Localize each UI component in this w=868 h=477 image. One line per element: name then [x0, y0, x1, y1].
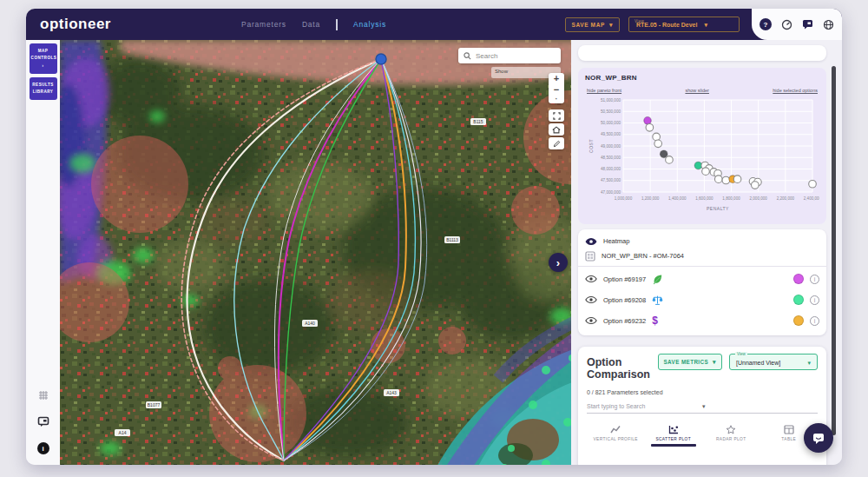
option-row[interactable]: Option #69208 i	[585, 289, 819, 310]
eye-icon[interactable]	[585, 275, 597, 283]
scatter-point[interactable]	[653, 133, 661, 141]
info-icon[interactable]: i	[810, 275, 819, 284]
chevron-down-icon: ▾	[702, 403, 818, 409]
pencil-icon	[553, 140, 561, 148]
scatter-plot[interactable]: 1,000,0001,200,0001,400,0001,600,0001,80…	[585, 95, 819, 222]
scatter-point[interactable]	[702, 168, 710, 176]
chevron-down-icon: ▾	[704, 22, 707, 28]
nav-divider	[336, 19, 338, 30]
road-label: B1077	[148, 402, 161, 407]
svg-text:47,500,000: 47,500,000	[601, 178, 621, 182]
view-select[interactable]: View [Unnamed View] ▾	[729, 354, 818, 370]
svg-text:50,000,000: 50,000,000	[601, 121, 621, 125]
expand-panel-button[interactable]: ›	[549, 253, 568, 272]
tab-radar-plot[interactable]: RADAR PLOT	[702, 425, 760, 447]
option-label: Option #69232	[603, 317, 646, 325]
chevron-down-icon: ▾	[807, 360, 811, 366]
plot-tabs: VERTICAL PROFILE SCATTER PLOT RADAR PLOT…	[587, 425, 818, 447]
scatter-point[interactable]	[644, 117, 652, 125]
star-icon	[726, 425, 736, 434]
nav-links: Parameters Data Analysis	[241, 19, 386, 30]
info-icon[interactable]: i	[810, 316, 819, 326]
layer-label: NOR_WP_BRN - #OM-7064	[602, 252, 684, 260]
scatter-point[interactable]	[722, 176, 730, 184]
road-label: A143	[386, 390, 397, 395]
tab-scatter-plot[interactable]: SCATTER PLOT	[645, 425, 703, 447]
option-comparison-title: Option Comparison	[587, 354, 651, 381]
info-icon[interactable]: i	[37, 442, 49, 454]
map-canvas[interactable]: A140 B1113 A143 B1077 A14 B115 Search Sh…	[60, 40, 571, 465]
route-select-label: View	[635, 19, 644, 23]
scatter-point[interactable]	[752, 182, 760, 189]
route-start-marker[interactable]	[376, 54, 386, 64]
svg-text:48,000,000: 48,000,000	[601, 167, 621, 171]
gauge-icon[interactable]	[781, 19, 792, 30]
option-color-dot[interactable]	[793, 315, 804, 326]
save-map-button[interactable]: SAVE MAP ▾	[565, 17, 620, 32]
map-controls-button[interactable]: MAP CONTROLS ›	[30, 43, 57, 74]
option-color-dot[interactable]	[793, 274, 804, 284]
chat-fab-button[interactable]	[804, 423, 833, 453]
svg-text:PENALTY: PENALTY	[707, 206, 729, 211]
scatter-point[interactable]	[646, 124, 654, 132]
option-label: Option #69197	[603, 275, 646, 283]
comment-icon[interactable]	[37, 415, 49, 431]
home-button[interactable]	[549, 123, 564, 136]
info-icon[interactable]: i	[810, 295, 819, 305]
eye-icon[interactable]	[585, 316, 597, 325]
eye-filled-icon	[585, 237, 597, 246]
parameter-search-input[interactable]: Start typing to Search ▾	[587, 403, 818, 414]
scatter-point[interactable]	[714, 176, 722, 183]
tab-vertical-profile[interactable]: VERTICAL PROFILE	[587, 425, 645, 447]
svg-text:1,000,000: 1,000,000	[615, 196, 633, 201]
scatter-point[interactable]	[666, 156, 674, 164]
nav-link-parameters[interactable]: Parameters	[241, 20, 286, 29]
parameters-selected-text: 0 / 821 Parameters selected	[587, 389, 818, 395]
navbar: optioneer Parameters Data Analysis SAVE …	[26, 9, 842, 40]
collapsed-card[interactable]	[578, 45, 826, 61]
heatmap-row[interactable]: Heatmap	[585, 234, 819, 248]
scatter-card: NOR_WP_BRN hide pareto front show slider…	[578, 68, 826, 224]
draw-button[interactable]	[549, 137, 564, 149]
results-library-button[interactable]: RESULTS LIBRARY	[30, 77, 57, 101]
option-color-dot[interactable]	[793, 295, 804, 305]
zoom-dot: ·	[549, 96, 564, 103]
scatter-chart-icon	[668, 425, 679, 434]
feedback-chat-icon[interactable]	[802, 19, 813, 30]
nav-link-data[interactable]: Data	[302, 20, 320, 29]
option-row[interactable]: Option #69232 $ i	[585, 310, 819, 331]
option-row[interactable]: Option #69197 i	[585, 268, 819, 289]
divider	[578, 266, 826, 267]
zoom-in-button[interactable]: +	[549, 73, 564, 84]
svg-text:2,200,000: 2,200,000	[777, 196, 795, 201]
scatter-point[interactable]	[809, 180, 817, 188]
nav-actions: SAVE MAP ▾ View RTE.05 - Route Devel ▾	[565, 17, 740, 32]
globe-icon[interactable]	[823, 19, 834, 30]
help-icon[interactable]: ?	[760, 18, 772, 30]
route-select[interactable]: View RTE.05 - Route Devel ▾	[628, 17, 740, 32]
map-search-input[interactable]: Search	[458, 48, 561, 63]
save-metrics-button[interactable]: SAVE METRICS ▾	[658, 354, 723, 370]
hide-selected-options-link[interactable]: hide selected options	[773, 88, 818, 93]
fullscreen-button[interactable]	[549, 109, 564, 122]
road-label: B115	[473, 119, 483, 124]
eye-icon[interactable]	[585, 295, 597, 304]
expand-icon	[553, 112, 561, 120]
scales-icon	[652, 295, 663, 306]
scatter-point[interactable]	[654, 140, 662, 148]
layer-row[interactable]: NOR_WP_BRN - #OM-7064	[585, 248, 819, 263]
panel-scrollbar[interactable]	[832, 66, 836, 435]
active-tab-underline	[651, 444, 696, 447]
show-slider-link[interactable]: show slider	[685, 88, 709, 93]
chevron-down-icon: ▾	[713, 359, 716, 365]
nav-link-analysis[interactable]: Analysis	[353, 20, 386, 29]
basemap-grid-icon[interactable]	[38, 388, 49, 404]
legend-card: Heatmap NOR_WP_BRN - #OM-7064 Option #69…	[578, 229, 826, 335]
scatter-point[interactable]	[733, 176, 741, 183]
svg-text:50,500,000: 50,500,000	[601, 109, 621, 114]
search-icon	[464, 52, 471, 60]
svg-text:1,800,000: 1,800,000	[722, 196, 740, 201]
zoom-control: + − ·	[549, 73, 564, 103]
home-icon	[552, 126, 561, 134]
hide-pareto-front-link[interactable]: hide pareto front	[587, 88, 621, 93]
